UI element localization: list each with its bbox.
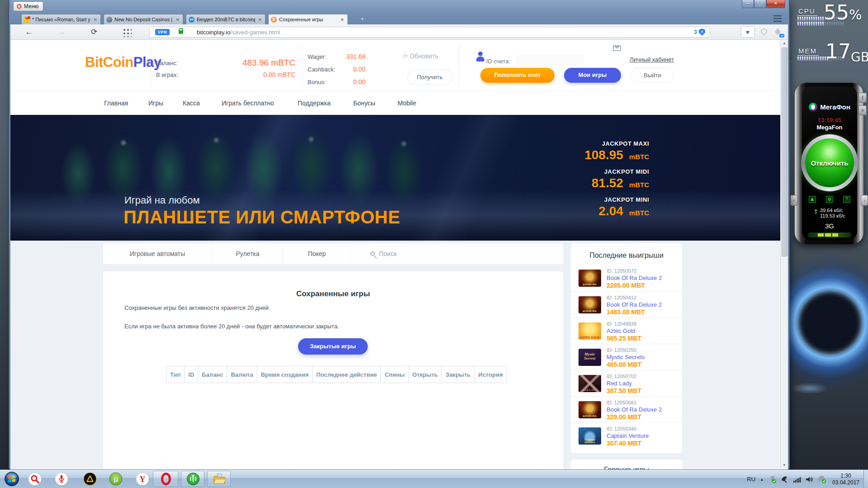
network-status-icon[interactable] [817,475,827,484]
main-nav: Главная Игры Касса Играть бесплатно Подд… [10,90,780,115]
cabinet-link[interactable]: Личный кабинет [630,56,674,63]
megafon-brand: МегаФон [820,103,850,111]
browser-tab-1[interactable]: * Письмо «Roman, Start yo ✕ [21,14,101,24]
page-scrollbar[interactable]: ▲ ▼ [780,40,788,469]
title-bar[interactable]: O Меню — ▢ ✕ [10,0,788,13]
yandex-browser-icon[interactable]: Y [136,472,149,486]
tab-close-icon[interactable]: ✕ [93,17,98,22]
game-link[interactable]: Red Lady [607,380,632,387]
address-bar-input[interactable]: VPN · bitcoinplay.io /saved-games.html 3… [149,27,710,38]
reload-icon[interactable]: ⟳ [88,27,100,38]
scroll-up-icon[interactable]: ▲ [781,40,788,47]
tab-close-icon[interactable]: ✕ [175,17,180,22]
bookmark-heart-icon[interactable]: ♥ [741,26,754,38]
network-dish-icon[interactable] [780,475,789,484]
my-games-button[interactable]: Мои игры [564,68,621,83]
tab-close-icon[interactable]: ✕ [340,17,345,22]
start-button[interactable] [4,471,19,487]
game-link[interactable]: Book Of Ra Deluxe 2 [607,301,662,308]
win-list-item[interactable]: AZTEC GOLD ID: 12049838 Aztec Gold 565.2… [571,317,682,344]
connection-app-button[interactable] [181,471,204,487]
utorrent-icon[interactable]: µ [109,472,123,486]
turbo-off-icon[interactable]: off [773,28,783,37]
aimp-player-icon[interactable] [83,472,97,486]
widget-close-tab[interactable]: × [859,105,867,115]
widget-prev-arrow[interactable]: ‹ [790,195,797,206]
language-indicator[interactable]: RU [747,476,755,483]
search-app-icon[interactable] [28,472,42,486]
nav-cashier[interactable]: Касса [183,99,200,107]
win-amount: 387.50 MBT [607,387,641,394]
opera-taskbar-button-active[interactable] [153,471,178,487]
show-desktop-button[interactable] [863,470,868,488]
tab-slots[interactable]: Игровые автоматы [103,243,212,264]
new-tab-button[interactable]: + [358,15,367,24]
closed-games-button[interactable]: Закрытые игры [298,338,368,355]
game-link[interactable]: Book Of Ra Deluxe 2 [607,275,662,281]
forward-icon[interactable]: → [56,27,67,38]
game-link[interactable]: Mystic Secrets [607,354,645,360]
last-wins-card: Последние выигрыши BOOK•RA ID: 12050072 … [571,243,682,453]
disconnect-button[interactable]: Отключить [801,134,858,191]
redacted-account-id [516,54,584,66]
refresh-link[interactable]: ⟳Обновить [403,52,438,60]
tab-close-icon[interactable]: ✕ [257,17,263,22]
claim-button[interactable]: Получить [407,70,452,85]
deposit-button[interactable]: Пополнить счет [480,68,555,83]
logout-button[interactable]: Выйти [631,68,674,83]
nav-play-free[interactable]: Играть бесплатно [222,99,274,107]
tab-menu-icon[interactable] [773,15,782,22]
win-list-item[interactable]: BOOK•RA ID: 12050412 Book Of Ra Deluxe 2… [571,291,682,317]
nav-games[interactable]: Игры [148,99,163,107]
search-input[interactable]: Поиск [351,243,563,264]
speed-dial-icon[interactable] [123,28,132,37]
settings-gear-icon[interactable]: ⚙ [826,196,833,203]
browser-tab-3[interactable]: КФ Бездеп 20mBTC в bitcoinp ✕ [186,14,266,24]
help-icon[interactable]: ? [843,196,850,203]
opera-menu-button[interactable]: O Меню [13,1,43,11]
game-link[interactable]: Aztec Gold [607,327,636,334]
win-list-item[interactable]: BOOK•RA ID: 12050072 Book Of Ra Deluxe 2… [571,265,682,291]
nav-bonuses[interactable]: Бонусы [353,99,375,107]
tray-expand-icon[interactable]: ▲ [760,477,764,482]
nav-support[interactable]: Поддержка [298,99,331,107]
jackpot-midi-value: 81.52 [592,176,623,190]
extension-shield-icon[interactable] [761,28,767,36]
browser-tab-4-active[interactable]: ₿ Сохраненные игры ✕ [268,14,348,24]
game-link[interactable]: Captain Venture [607,432,649,439]
widget-collapse-tab[interactable]: I [859,93,867,103]
nav-home[interactable]: Главная [104,99,128,107]
col-currency: Валюта [227,366,257,383]
scroll-down-icon[interactable]: ▼ [781,462,788,469]
usb-device-icon[interactable] [768,475,777,484]
win-list-item[interactable]: Mystic Secrets ID: 12050250 Mystic Secre… [571,344,682,370]
win-list-item[interactable]: Captain Venture ID: 12050346 Captain Ven… [571,422,682,449]
scrollbar-thumb[interactable] [782,47,787,256]
close-button[interactable]: ✕ [766,0,785,8]
clock[interactable]: 1:30 03.04.2017 [832,473,860,486]
hero-banner[interactable]: Играй на любом ПЛАНШЕТЕ ИЛИ СМАРТФОНЕ JA… [10,115,780,241]
nav-mobile[interactable]: Mobile [398,99,416,107]
win-list-item[interactable]: RED LADY ID: 12050702 Red Lady 387.50 MB… [571,370,682,396]
account-icon[interactable]: ♟ [809,196,816,203]
signal-bars-icon[interactable] [792,475,802,484]
game-link[interactable]: Book Of Ra Deluxe 2 [607,406,662,413]
minimize-button[interactable]: — [742,0,754,8]
win-list-item[interactable]: BOOK•RA ID: 12050681 Book Of Ra Deluxe 2… [571,396,682,422]
tab-roulette[interactable]: Рулетка [212,243,284,264]
mail-envelope-icon[interactable] [613,45,621,51]
explorer-taskbar-button[interactable] [207,471,231,487]
maximize-button[interactable]: ▢ [754,0,766,8]
volume-icon[interactable] [805,475,814,484]
adblock-shield-icon[interactable]: ✕ [699,28,705,36]
back-icon[interactable]: ← [23,27,35,38]
browser-tab-2[interactable]: New No Deposit Casinos | ✕ [104,14,183,24]
vpn-badge[interactable]: VPN [155,29,170,35]
svg-text:µ: µ [114,475,118,483]
widget-next-arrow[interactable]: › [861,195,868,206]
voice-search-icon[interactable] [55,472,68,486]
bitcoinplay-logo[interactable]: BitCoinPlay [85,54,161,71]
tab-poker[interactable]: Покер [284,243,351,264]
menu-button-label: Меню [24,3,38,9]
secure-lock-icon[interactable] [179,30,183,34]
